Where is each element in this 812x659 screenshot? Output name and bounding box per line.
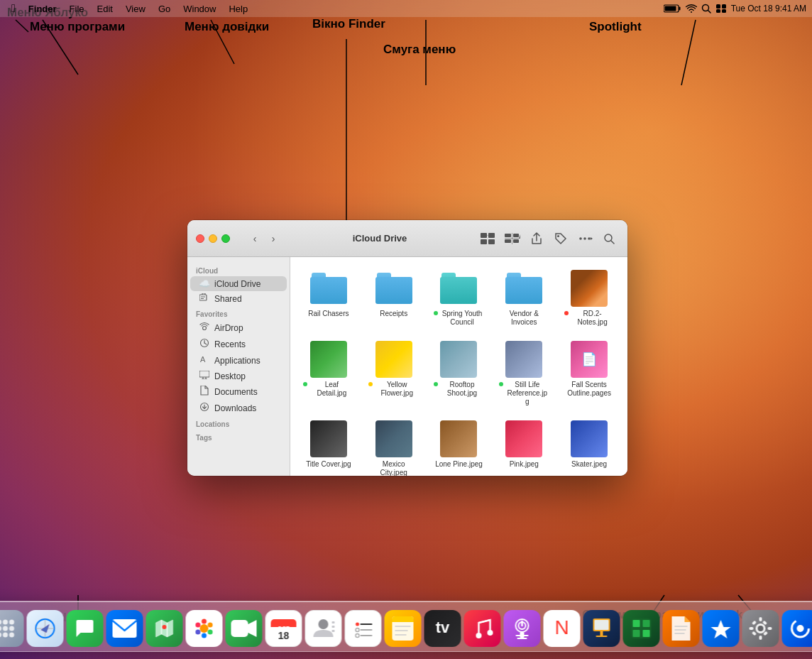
thumb-pink (505, 420, 542, 457)
list-item[interactable]: Leaf Detail.jpg (299, 337, 358, 410)
sidebar-item-applications[interactable]: A Applications (190, 352, 287, 369)
view-grid-button[interactable] (478, 231, 498, 246)
dock-item-facetime[interactable] (226, 610, 263, 647)
dock-item-safari[interactable] (27, 610, 64, 647)
svg-text:18: 18 (278, 630, 290, 641)
dock-item-numbers[interactable] (623, 610, 660, 647)
sidebar-item-airdrop[interactable]: AirDrop (190, 320, 287, 336)
filename-with-dot-rd2: RD.2-Notes.jpg (564, 310, 615, 327)
svg-point-99 (356, 634, 359, 638)
folder-icon-vendor (505, 270, 542, 307)
sidebar-label-airdrop: AirDrop (214, 323, 243, 333)
svg-rect-17 (722, 9, 726, 13)
svg-point-79 (208, 623, 213, 628)
dock-item-contacts[interactable] (305, 610, 342, 647)
list-item[interactable]: Receipts (364, 266, 424, 331)
sidebar-item-shared[interactable]: Shared (190, 291, 287, 306)
dock-item-music[interactable] (464, 610, 501, 647)
dock-item-keynote[interactable] (583, 610, 620, 647)
menubar-edit[interactable]: Edit (92, 2, 119, 16)
list-item[interactable]: Spring Youth Council (429, 266, 489, 331)
sidebar-label-shared: Shared (214, 294, 242, 304)
svg-point-63 (9, 626, 14, 631)
svg-rect-103 (393, 619, 414, 622)
svg-point-65 (3, 633, 8, 638)
sidebar-label-downloads: Downloads (214, 403, 256, 413)
list-item[interactable]: Lone Pine.jpeg (429, 416, 489, 476)
svg-line-13 (708, 11, 710, 13)
menubar-view[interactable]: View (120, 2, 151, 16)
file-grid: Rail Chasers Receipts (299, 266, 619, 476)
list-item[interactable]: 📄 Fall Scents Outline.pages (559, 337, 619, 410)
sidebar-item-documents[interactable]: Documents (190, 383, 287, 400)
control-center-icon[interactable] (715, 4, 727, 13)
list-item[interactable]: Mexico City.jpeg (364, 416, 424, 476)
dock-item-launchpad[interactable] (0, 610, 24, 647)
dock-item-reminders[interactable] (345, 610, 382, 647)
forward-button[interactable]: › (265, 231, 281, 246)
list-item[interactable]: Rail Chasers (299, 266, 358, 331)
list-item[interactable]: Skater.jpeg (559, 416, 619, 476)
dock-item-calendar[interactable]: OCT 18 (265, 610, 302, 647)
menubar-window[interactable]: Window (177, 2, 221, 16)
dock-item-appstore[interactable] (703, 610, 740, 647)
svg-point-30 (579, 237, 582, 240)
close-button[interactable] (196, 234, 204, 243)
sidebar-item-recents[interactable]: Recents (190, 336, 287, 352)
maximize-button[interactable] (221, 234, 230, 243)
svg-point-83 (195, 623, 200, 628)
spotlight-search-icon[interactable] (701, 4, 711, 13)
dock-item-news[interactable]: N (544, 610, 581, 647)
svg-point-81 (202, 633, 207, 638)
tag-button[interactable] (551, 231, 571, 246)
list-item[interactable]: Still Life Reference.jpg (494, 337, 554, 410)
apple-menu[interactable]:  (6, 1, 21, 16)
list-item[interactable]: Title Cover.jpg (299, 416, 358, 476)
list-item[interactable]: Yellow Flower.jpg (364, 337, 424, 410)
share-button[interactable] (527, 231, 547, 246)
svg-point-31 (583, 237, 586, 240)
menubar-finder[interactable]: Finder (23, 2, 62, 16)
menubar-file[interactable]: File (64, 2, 90, 16)
back-button[interactable]: ‹ (247, 231, 263, 246)
menubar-go[interactable]: Go (153, 2, 176, 16)
view-list-button[interactable] (503, 231, 522, 246)
dock-item-tv[interactable]: tv (424, 610, 461, 647)
finder-nav: ‹ › (247, 231, 281, 246)
svg-point-29 (557, 235, 559, 237)
dock-item-system-preferences[interactable] (742, 610, 779, 647)
list-item[interactable]: Vendor & Invoices (494, 266, 554, 331)
svg-rect-25 (513, 239, 519, 243)
dock-item-podcasts[interactable] (504, 610, 541, 647)
menubar-help[interactable]: Help (223, 2, 253, 16)
dock-item-mail[interactable] (106, 610, 143, 647)
svg-point-64 (0, 633, 1, 638)
dock-item-pages[interactable] (663, 610, 700, 647)
more-button[interactable] (575, 231, 595, 246)
dock-item-notes[interactable] (385, 610, 422, 647)
sidebar-item-downloads[interactable]: Downloads (190, 400, 287, 416)
status-dot-green-still (499, 382, 503, 386)
minimize-button[interactable] (209, 234, 217, 243)
sidebar-item-icloud-drive[interactable]: ☁️ iCloud Drive (190, 276, 287, 291)
sidebar-item-desktop[interactable]: Desktop (190, 369, 287, 383)
search-button[interactable] (599, 231, 619, 246)
dock-item-messages[interactable] (67, 610, 104, 647)
svg-rect-36 (199, 295, 207, 300)
dock-item-screen-time[interactable] (782, 610, 813, 647)
svg-line-35 (611, 241, 614, 244)
recents-icon (199, 338, 210, 350)
list-item[interactable]: RD.2-Notes.jpg (559, 266, 619, 331)
list-item[interactable]: Pink.jpeg (494, 416, 554, 476)
svg-text:N: N (554, 616, 569, 638)
sidebar-section-tags: Tags (187, 430, 290, 443)
svg-point-61 (0, 626, 1, 631)
filename-title: Title Cover.jpg (306, 460, 351, 469)
svg-rect-73 (113, 619, 137, 638)
menubar-time: Tue Oct 18 9:41 AM (731, 4, 806, 13)
filename-vendor: Vendor & Invoices (499, 310, 549, 327)
dock-item-maps[interactable] (146, 610, 183, 647)
list-item[interactable]: Rooftop Shoot.jpg (429, 337, 489, 410)
dock-item-photos[interactable] (186, 610, 223, 647)
toolbar-icons (478, 231, 619, 246)
